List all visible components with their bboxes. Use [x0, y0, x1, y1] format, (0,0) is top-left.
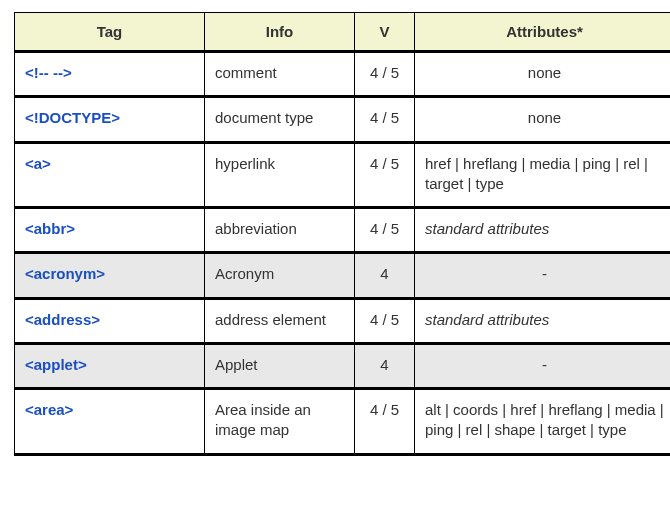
cell-tag: <acronym>	[15, 253, 205, 298]
html-tags-table: Tag Info V Attributes* <!-- --> comment …	[14, 12, 670, 456]
cell-tag: <address>	[15, 298, 205, 343]
table-row: <!-- --> comment 4 / 5 none	[15, 52, 671, 97]
cell-attr: -	[415, 253, 671, 298]
cell-info: abbreviation	[205, 208, 355, 253]
cell-tag: <a>	[15, 142, 205, 208]
cell-info: address element	[205, 298, 355, 343]
table-row: <address> address element 4 / 5 standard…	[15, 298, 671, 343]
table-header-row: Tag Info V Attributes*	[15, 13, 671, 52]
cell-info: document type	[205, 97, 355, 142]
cell-v: 4 / 5	[355, 208, 415, 253]
cell-attr: standard attributes	[415, 298, 671, 343]
cell-attr: standard attributes	[415, 208, 671, 253]
cell-attr: none	[415, 97, 671, 142]
cell-tag: <abbr>	[15, 208, 205, 253]
col-header-attributes: Attributes*	[415, 13, 671, 52]
cell-attr: -	[415, 343, 671, 388]
table-body: <!-- --> comment 4 / 5 none <!DOCTYPE> d…	[15, 52, 671, 455]
cell-v: 4 / 5	[355, 298, 415, 343]
cell-v: 4	[355, 253, 415, 298]
cell-attr: none	[415, 52, 671, 97]
cell-v: 4 / 5	[355, 97, 415, 142]
cell-info: Applet	[205, 343, 355, 388]
cell-info: Acronym	[205, 253, 355, 298]
col-header-tag: Tag	[15, 13, 205, 52]
cell-tag: <area>	[15, 389, 205, 455]
cell-v: 4 / 5	[355, 142, 415, 208]
table-row: <applet> Applet 4 -	[15, 343, 671, 388]
cell-v: 4	[355, 343, 415, 388]
cell-tag: <!-- -->	[15, 52, 205, 97]
cell-tag: <applet>	[15, 343, 205, 388]
cell-info: Area inside an image map	[205, 389, 355, 455]
table-row: <acronym> Acronym 4 -	[15, 253, 671, 298]
col-header-info: Info	[205, 13, 355, 52]
table-row: <a> hyperlink 4 / 5 href | hreflang | me…	[15, 142, 671, 208]
cell-info: comment	[205, 52, 355, 97]
cell-attr: href | hreflang | media | ping | rel | t…	[415, 142, 671, 208]
cell-info: hyperlink	[205, 142, 355, 208]
cell-attr: alt | coords | href | hreflang | media |…	[415, 389, 671, 455]
table-row: <abbr> abbreviation 4 / 5 standard attri…	[15, 208, 671, 253]
cell-v: 4 / 5	[355, 52, 415, 97]
cell-v: 4 / 5	[355, 389, 415, 455]
table-row: <area> Area inside an image map 4 / 5 al…	[15, 389, 671, 455]
col-header-v: V	[355, 13, 415, 52]
table-row: <!DOCTYPE> document type 4 / 5 none	[15, 97, 671, 142]
cell-tag: <!DOCTYPE>	[15, 97, 205, 142]
